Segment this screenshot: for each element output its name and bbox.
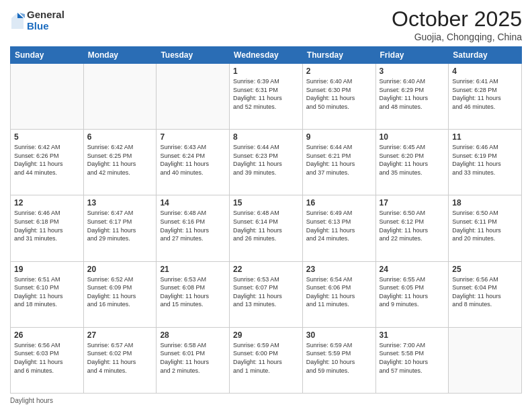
day-number: 16 — [306, 198, 372, 208]
day-number: 7 — [160, 132, 226, 142]
day-info: Sunrise: 6:44 AM Sunset: 6:21 PM Dayligh… — [306, 143, 372, 177]
day-number: 10 — [380, 132, 445, 142]
day-info: Sunrise: 6:46 AM Sunset: 6:19 PM Dayligh… — [452, 143, 518, 177]
location: Guojia, Chongqing, China — [392, 32, 522, 42]
day-number: 1 — [233, 66, 299, 76]
day-info: Sunrise: 7:00 AM Sunset: 5:58 PM Dayligh… — [380, 341, 445, 375]
col-wednesday: Wednesday — [230, 47, 303, 64]
day-info: Sunrise: 6:48 AM Sunset: 6:14 PM Dayligh… — [233, 209, 299, 242]
table-row — [83, 64, 157, 130]
day-number: 11 — [452, 132, 518, 142]
table-row — [157, 64, 230, 130]
day-number: 24 — [380, 265, 445, 274]
day-info: Sunrise: 6:55 AM Sunset: 6:05 PM Dayligh… — [380, 275, 445, 309]
day-info: Sunrise: 6:50 AM Sunset: 6:11 PM Dayligh… — [452, 209, 518, 242]
logo-text: General Blue — [27, 9, 64, 32]
logo-blue: Blue — [27, 21, 64, 32]
day-number: 21 — [160, 265, 226, 274]
day-number: 19 — [14, 265, 80, 274]
table-row — [449, 327, 522, 393]
table-row: 14Sunrise: 6:48 AM Sunset: 6:16 PM Dayli… — [157, 195, 230, 261]
table-row: 23Sunrise: 6:54 AM Sunset: 6:06 PM Dayli… — [302, 261, 375, 327]
day-number: 14 — [160, 198, 226, 208]
day-info: Sunrise: 6:40 AM Sunset: 6:30 PM Dayligh… — [306, 77, 372, 111]
day-info: Sunrise: 6:41 AM Sunset: 6:28 PM Dayligh… — [452, 77, 518, 111]
day-info: Sunrise: 6:54 AM Sunset: 6:06 PM Dayligh… — [306, 275, 372, 309]
day-number: 25 — [452, 265, 518, 274]
day-number: 13 — [87, 198, 153, 208]
table-row: 26Sunrise: 6:56 AM Sunset: 6:03 PM Dayli… — [11, 327, 84, 393]
calendar-table: Sunday Monday Tuesday Wednesday Thursday… — [10, 46, 522, 394]
day-number: 29 — [233, 330, 299, 340]
calendar-week-1: 1Sunrise: 6:39 AM Sunset: 6:31 PM Daylig… — [11, 64, 522, 130]
day-number: 4 — [452, 66, 518, 76]
page: General Blue October 2025 Guojia, Chongq… — [0, 0, 532, 411]
day-info: Sunrise: 6:47 AM Sunset: 6:17 PM Dayligh… — [87, 209, 153, 242]
day-info: Sunrise: 6:53 AM Sunset: 6:07 PM Dayligh… — [233, 275, 299, 309]
col-friday: Friday — [375, 47, 449, 64]
day-info: Sunrise: 6:56 AM Sunset: 6:03 PM Dayligh… — [14, 341, 80, 375]
day-number: 12 — [14, 198, 80, 208]
table-row: 8Sunrise: 6:44 AM Sunset: 6:23 PM Daylig… — [230, 130, 303, 195]
day-number: 18 — [452, 198, 518, 208]
logo: General Blue — [10, 9, 64, 32]
table-row — [11, 64, 84, 130]
day-number: 3 — [380, 66, 445, 76]
footer: Daylight hours — [10, 397, 522, 404]
col-sunday: Sunday — [11, 47, 84, 64]
table-row: 21Sunrise: 6:53 AM Sunset: 6:08 PM Dayli… — [157, 261, 230, 327]
logo-general: General — [27, 9, 64, 21]
table-row: 5Sunrise: 6:42 AM Sunset: 6:26 PM Daylig… — [11, 130, 84, 195]
day-number: 28 — [160, 330, 226, 340]
table-row: 3Sunrise: 6:40 AM Sunset: 6:29 PM Daylig… — [375, 64, 449, 130]
logo-icon — [10, 11, 25, 30]
calendar-week-2: 5Sunrise: 6:42 AM Sunset: 6:26 PM Daylig… — [11, 130, 522, 195]
table-row: 2Sunrise: 6:40 AM Sunset: 6:30 PM Daylig… — [302, 64, 375, 130]
day-info: Sunrise: 6:45 AM Sunset: 6:20 PM Dayligh… — [380, 143, 445, 177]
table-row: 15Sunrise: 6:48 AM Sunset: 6:14 PM Dayli… — [230, 195, 303, 261]
table-row: 31Sunrise: 7:00 AM Sunset: 5:58 PM Dayli… — [375, 327, 449, 393]
table-row: 20Sunrise: 6:52 AM Sunset: 6:09 PM Dayli… — [83, 261, 157, 327]
table-row: 11Sunrise: 6:46 AM Sunset: 6:19 PM Dayli… — [449, 130, 522, 195]
day-info: Sunrise: 6:53 AM Sunset: 6:08 PM Dayligh… — [160, 275, 226, 309]
day-info: Sunrise: 6:59 AM Sunset: 6:00 PM Dayligh… — [233, 341, 299, 375]
day-info: Sunrise: 6:48 AM Sunset: 6:16 PM Dayligh… — [160, 209, 226, 242]
table-row: 29Sunrise: 6:59 AM Sunset: 6:00 PM Dayli… — [230, 327, 303, 393]
title-block: October 2025 Guojia, Chongqing, China — [392, 7, 522, 42]
calendar-week-4: 19Sunrise: 6:51 AM Sunset: 6:10 PM Dayli… — [11, 261, 522, 327]
day-number: 23 — [306, 265, 372, 274]
table-row: 17Sunrise: 6:50 AM Sunset: 6:12 PM Dayli… — [375, 195, 449, 261]
table-row: 28Sunrise: 6:58 AM Sunset: 6:01 PM Dayli… — [157, 327, 230, 393]
table-row: 30Sunrise: 6:59 AM Sunset: 5:59 PM Dayli… — [302, 327, 375, 393]
day-info: Sunrise: 6:42 AM Sunset: 6:26 PM Dayligh… — [14, 143, 80, 177]
day-info: Sunrise: 6:59 AM Sunset: 5:59 PM Dayligh… — [306, 341, 372, 375]
table-row: 4Sunrise: 6:41 AM Sunset: 6:28 PM Daylig… — [449, 64, 522, 130]
table-row: 18Sunrise: 6:50 AM Sunset: 6:11 PM Dayli… — [449, 195, 522, 261]
day-number: 15 — [233, 198, 299, 208]
calendar-week-3: 12Sunrise: 6:46 AM Sunset: 6:18 PM Dayli… — [11, 195, 522, 261]
table-row: 13Sunrise: 6:47 AM Sunset: 6:17 PM Dayli… — [83, 195, 157, 261]
day-number: 6 — [87, 132, 153, 142]
day-info: Sunrise: 6:49 AM Sunset: 6:13 PM Dayligh… — [306, 209, 372, 242]
day-number: 20 — [87, 265, 153, 274]
table-row: 22Sunrise: 6:53 AM Sunset: 6:07 PM Dayli… — [230, 261, 303, 327]
table-row: 7Sunrise: 6:43 AM Sunset: 6:24 PM Daylig… — [157, 130, 230, 195]
day-info: Sunrise: 6:42 AM Sunset: 6:25 PM Dayligh… — [87, 143, 153, 177]
day-info: Sunrise: 6:43 AM Sunset: 6:24 PM Dayligh… — [160, 143, 226, 177]
table-row: 1Sunrise: 6:39 AM Sunset: 6:31 PM Daylig… — [230, 64, 303, 130]
day-number: 26 — [14, 330, 80, 340]
day-info: Sunrise: 6:40 AM Sunset: 6:29 PM Dayligh… — [380, 77, 445, 111]
day-info: Sunrise: 6:52 AM Sunset: 6:09 PM Dayligh… — [87, 275, 153, 309]
day-number: 9 — [306, 132, 372, 142]
day-number: 8 — [233, 132, 299, 142]
calendar-week-5: 26Sunrise: 6:56 AM Sunset: 6:03 PM Dayli… — [11, 327, 522, 393]
day-number: 27 — [87, 330, 153, 340]
day-number: 31 — [380, 330, 445, 340]
col-thursday: Thursday — [302, 47, 375, 64]
day-info: Sunrise: 6:39 AM Sunset: 6:31 PM Dayligh… — [233, 77, 299, 111]
table-row: 16Sunrise: 6:49 AM Sunset: 6:13 PM Dayli… — [302, 195, 375, 261]
day-info: Sunrise: 6:51 AM Sunset: 6:10 PM Dayligh… — [14, 275, 80, 309]
table-row: 24Sunrise: 6:55 AM Sunset: 6:05 PM Dayli… — [375, 261, 449, 327]
day-info: Sunrise: 6:44 AM Sunset: 6:23 PM Dayligh… — [233, 143, 299, 177]
table-row: 12Sunrise: 6:46 AM Sunset: 6:18 PM Dayli… — [11, 195, 84, 261]
